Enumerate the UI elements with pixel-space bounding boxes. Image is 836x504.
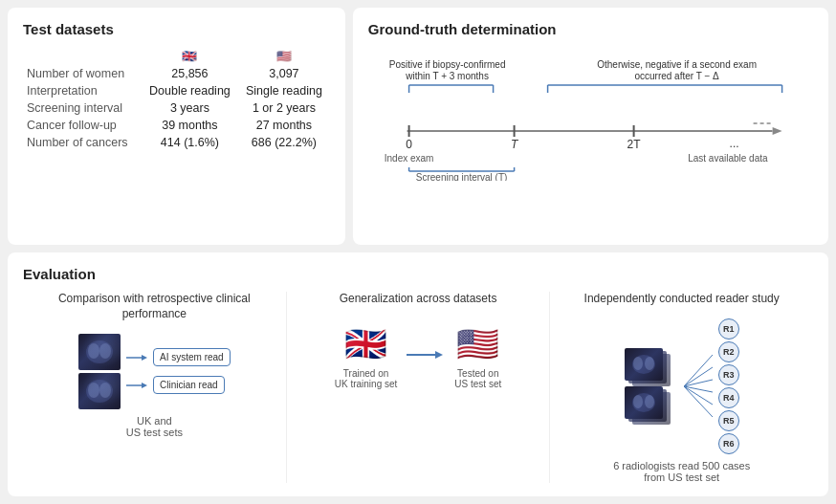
svg-marker-11 (772, 127, 781, 135)
svg-point-26 (86, 340, 113, 363)
row-us: 686 (22.2%) (238, 134, 330, 151)
row-label: Cancer follow-up (23, 117, 142, 134)
generalization-diagram: 🇬🇧 Trained onUK training set 🇺🇸 Tested o… (335, 324, 502, 389)
svg-text:Index exam: Index exam (385, 153, 434, 164)
svg-text:Otherwise, negative if a secon: Otherwise, negative if a second exam (597, 59, 757, 70)
ground-truth-content: Positive if biopsy-confirmed within T + … (368, 47, 813, 185)
ai-read-row: AI system read (126, 348, 231, 366)
xray-bottom (78, 373, 121, 409)
svg-text:0: 0 (406, 138, 412, 151)
uk-training-box: 🇬🇧 Trained onUK training set (335, 324, 398, 389)
table-row: Screening interval3 years1 or 2 years (23, 99, 330, 117)
svg-text:2T: 2T (627, 138, 641, 151)
reader-study-section: Independently conducted reader study (550, 292, 813, 483)
row-us: Single reading (238, 82, 330, 99)
row-us: 3,097 (238, 65, 330, 82)
reader-badges: R1R2R3R4R5R6 (718, 318, 739, 454)
row-label: Screening interval (23, 99, 142, 117)
row-label: Number of cancers (23, 134, 142, 151)
reader-diagram: R1R2R3R4R5R6 (625, 318, 739, 454)
generalization-title: Generalization across datasets (340, 292, 497, 307)
svg-point-40 (645, 357, 654, 370)
row-uk: 3 years (142, 99, 238, 117)
table-row: Number of women25,8563,097 (23, 65, 330, 82)
reader-badge: R5 (718, 410, 739, 431)
reader-badge: R3 (718, 364, 739, 385)
xray-top (78, 334, 121, 370)
us-flag: 🇺🇸 (238, 47, 330, 65)
svg-marker-33 (142, 355, 147, 361)
svg-text:within T + 3 months: within T + 3 months (405, 71, 489, 81)
reader-study-caption: 6 radiologists read 500 casesfrom US tes… (613, 460, 750, 483)
svg-marker-35 (142, 383, 147, 388)
row-uk: 39 months (142, 117, 238, 134)
gen-arrow (407, 345, 445, 368)
svg-point-28 (99, 343, 111, 359)
svg-point-29 (86, 380, 113, 403)
svg-point-42 (633, 395, 643, 408)
reader-badge: R4 (718, 387, 739, 408)
evaluation-sections: Comparison with retrospective clinical p… (23, 292, 813, 483)
svg-point-39 (633, 357, 643, 370)
svg-text:...: ... (729, 137, 738, 150)
row-us: 27 months (238, 117, 330, 134)
row-uk: Double reading (142, 82, 238, 99)
comparison-caption: UK andUS test sets (126, 415, 183, 438)
svg-text:T: T (511, 138, 519, 151)
datasets-table: 🇬🇧 🇺🇸 Number of women25,8563,097Interpre… (23, 47, 330, 151)
row-uk: 414 (1.6%) (142, 134, 238, 151)
ground-truth-title: Ground-truth determination (368, 21, 813, 37)
us-test-box: 🇺🇸 Tested onUS test set (454, 324, 501, 389)
row-us: 1 or 2 years (238, 99, 330, 117)
clinician-read-row: Clinician read (126, 376, 225, 394)
svg-point-43 (645, 395, 654, 408)
svg-text:Last available data: Last available data (688, 153, 768, 164)
generalization-section: Generalization across datasets 🇬🇧 Traine… (287, 292, 551, 483)
svg-marker-37 (435, 351, 443, 359)
row-label: Interpretation (23, 82, 142, 99)
reader-study-title: Independently conducted reader study (584, 292, 780, 307)
svg-point-31 (99, 383, 111, 398)
comparison-title: Comparison with retrospective clinical p… (31, 292, 278, 321)
svg-text:Positive if biopsy-confirmed: Positive if biopsy-confirmed (389, 59, 506, 70)
reader-badge: R6 (718, 433, 739, 454)
row-label: Number of women (23, 65, 142, 82)
table-row: Cancer follow-up39 months27 months (23, 117, 330, 134)
ai-system-read-box: AI system read (153, 348, 231, 366)
reader-badge: R2 (718, 341, 739, 362)
svg-text:Screening interval (T): Screening interval (T) (416, 172, 508, 181)
test-datasets-title: Test datasets (23, 21, 330, 37)
table-row: Number of cancers414 (1.6%)686 (22.2%) (23, 134, 330, 151)
clinician-read-box: Clinician read (153, 376, 225, 394)
uk-flag: 🇬🇧 (142, 47, 238, 65)
svg-point-30 (88, 383, 99, 398)
evaluation-title: Evaluation (23, 266, 813, 282)
comparison-section: Comparison with retrospective clinical p… (23, 292, 287, 483)
table-row: InterpretationDouble readingSingle readi… (23, 82, 330, 99)
svg-text:occurred after T − Δ: occurred after T − Δ (634, 71, 719, 81)
row-uk: 25,856 (142, 65, 238, 82)
xray-stack-left (78, 334, 121, 409)
comparison-diagram: AI system read Clinician read (78, 334, 231, 409)
reader-badge: R1 (718, 318, 739, 340)
svg-point-27 (88, 343, 99, 359)
